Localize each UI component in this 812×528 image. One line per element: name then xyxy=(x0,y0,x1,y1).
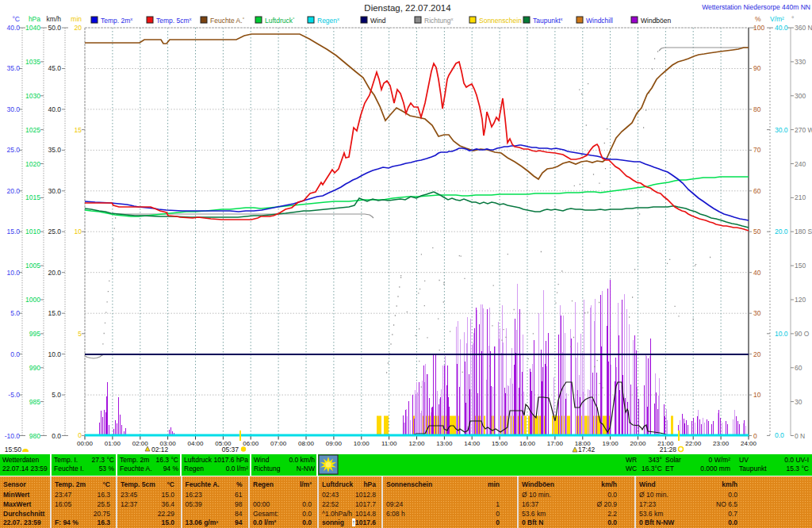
svg-text:15:50: 15:50 xyxy=(5,446,22,453)
svg-text:Temp. 2mx: Temp. 2mx xyxy=(101,17,132,25)
svg-text:08:00: 08:00 xyxy=(298,440,315,447)
svg-text:90 O: 90 O xyxy=(795,330,810,338)
svg-text:10: 10 xyxy=(753,391,761,399)
svg-text:hPa: hPa xyxy=(29,15,40,23)
svg-text:10.0: 10.0 xyxy=(6,269,20,277)
svg-text:30: 30 xyxy=(795,398,802,406)
svg-text:90: 90 xyxy=(753,64,761,72)
svg-text:300: 300 xyxy=(795,92,806,100)
svg-text:1010: 1010 xyxy=(25,228,40,235)
svg-text:20.0: 20.0 xyxy=(6,187,20,195)
svg-text:10.0: 10.0 xyxy=(775,330,788,338)
svg-text:17:42: 17:42 xyxy=(578,446,596,453)
svg-text:0.0: 0.0 xyxy=(52,432,61,440)
svg-text:°: ° xyxy=(791,15,794,23)
svg-text:985: 985 xyxy=(29,398,40,406)
svg-text:30.0: 30.0 xyxy=(48,187,61,195)
svg-text:45.0: 45.0 xyxy=(48,64,61,72)
svg-text:180 S: 180 S xyxy=(795,228,812,235)
svg-text:02:12: 02:12 xyxy=(151,446,169,453)
svg-text:1005: 1005 xyxy=(25,262,40,270)
svg-text:16:00: 16:00 xyxy=(519,440,536,447)
svg-text:5.0: 5.0 xyxy=(10,309,20,317)
svg-text:02:00: 02:00 xyxy=(132,440,149,447)
svg-text:35.0: 35.0 xyxy=(6,64,20,72)
svg-text:15.0: 15.0 xyxy=(48,309,61,317)
svg-text:1040: 1040 xyxy=(25,24,40,32)
svg-text:80: 80 xyxy=(753,105,761,113)
svg-text:980: 980 xyxy=(29,432,40,440)
svg-text:15:00: 15:00 xyxy=(492,440,508,447)
svg-text:min: min xyxy=(71,15,82,23)
svg-text:Luftdruck°: Luftdruck° xyxy=(265,17,295,25)
svg-text:0.0: 0.0 xyxy=(775,431,784,439)
svg-text:50: 50 xyxy=(753,228,761,235)
svg-text:14:00: 14:00 xyxy=(464,440,481,447)
svg-text:1030: 1030 xyxy=(25,92,40,100)
svg-text:Temp. 5cmx: Temp. 5cmx xyxy=(156,17,192,25)
svg-text:10: 10 xyxy=(75,228,82,235)
svg-text:Richtungx: Richtungx xyxy=(424,17,454,25)
svg-text:Sonnenschein: Sonnenschein xyxy=(479,17,522,25)
svg-text:40.0: 40.0 xyxy=(775,24,788,32)
svg-text:995: 995 xyxy=(29,330,40,338)
svg-text:1000: 1000 xyxy=(25,296,40,304)
svg-text:10:00: 10:00 xyxy=(354,440,370,447)
svg-text:5.0: 5.0 xyxy=(52,391,61,399)
svg-text:40.0: 40.0 xyxy=(6,24,20,32)
svg-text:0: 0 xyxy=(753,432,757,440)
svg-text:Windböen: Windböen xyxy=(641,17,672,25)
svg-text:20.0: 20.0 xyxy=(48,269,61,277)
svg-text:05:37: 05:37 xyxy=(222,446,239,453)
svg-text:Wetterstation Niedersorpe 440m: Wetterstation Niedersorpe 440m NN xyxy=(702,3,810,11)
svg-text:20: 20 xyxy=(75,24,82,32)
svg-text:1015: 1015 xyxy=(25,193,40,201)
svg-text:21:28: 21:28 xyxy=(660,446,677,453)
svg-text:0.0: 0.0 xyxy=(10,350,20,358)
svg-text:240: 240 xyxy=(795,160,806,168)
svg-text:20.0: 20.0 xyxy=(775,228,788,235)
svg-text:10.0: 10.0 xyxy=(48,350,61,358)
svg-text:Regenx: Regenx xyxy=(317,17,339,25)
svg-text:11:00: 11:00 xyxy=(381,440,397,447)
svg-text:20: 20 xyxy=(753,350,761,358)
svg-text:30: 30 xyxy=(753,309,761,317)
svg-text:Windchill: Windchill xyxy=(586,17,613,25)
svg-text:Wind: Wind xyxy=(370,17,386,25)
svg-text:35.0: 35.0 xyxy=(48,146,61,154)
svg-text:04:00: 04:00 xyxy=(187,440,204,447)
svg-text:0 N: 0 N xyxy=(795,432,805,440)
svg-text:09:00: 09:00 xyxy=(326,440,343,447)
svg-text:40: 40 xyxy=(753,269,761,277)
svg-text:30.0: 30.0 xyxy=(775,126,788,134)
svg-text:17:00: 17:00 xyxy=(547,440,564,447)
svg-text:20:00: 20:00 xyxy=(630,440,646,447)
svg-text:19:00: 19:00 xyxy=(603,440,619,447)
svg-text:22:00: 22:00 xyxy=(685,440,702,447)
svg-text:1025: 1025 xyxy=(25,126,40,134)
svg-text:13:00: 13:00 xyxy=(436,440,453,447)
svg-text:15.0: 15.0 xyxy=(6,228,20,235)
svg-text:5: 5 xyxy=(78,330,82,338)
svg-text:24:00: 24:00 xyxy=(741,440,757,447)
svg-text:40.0: 40.0 xyxy=(48,105,61,113)
svg-text:60: 60 xyxy=(795,364,802,372)
svg-text:07:00: 07:00 xyxy=(270,440,287,447)
svg-text:Feuchte A.°: Feuchte A.° xyxy=(210,17,245,25)
svg-text:23:00: 23:00 xyxy=(713,440,730,447)
svg-text:V/m²: V/m² xyxy=(770,15,784,23)
svg-text:km/h: km/h xyxy=(47,15,62,23)
svg-text:990: 990 xyxy=(29,364,40,372)
svg-text:0: 0 xyxy=(78,431,82,439)
svg-text:Dienstag, 22.07.2014: Dienstag, 22.07.2014 xyxy=(364,3,451,13)
svg-text:-5.0: -5.0 xyxy=(8,391,20,399)
svg-text:100: 100 xyxy=(753,24,764,32)
svg-text:%: % xyxy=(755,15,761,23)
svg-text:60: 60 xyxy=(753,187,761,195)
svg-text:-10.0: -10.0 xyxy=(5,432,21,440)
svg-text:50.0: 50.0 xyxy=(48,24,61,32)
svg-text:12:00: 12:00 xyxy=(408,440,425,447)
svg-text:00:00: 00:00 xyxy=(77,440,94,447)
svg-text:1035: 1035 xyxy=(25,58,40,66)
svg-text:150: 150 xyxy=(795,262,806,270)
